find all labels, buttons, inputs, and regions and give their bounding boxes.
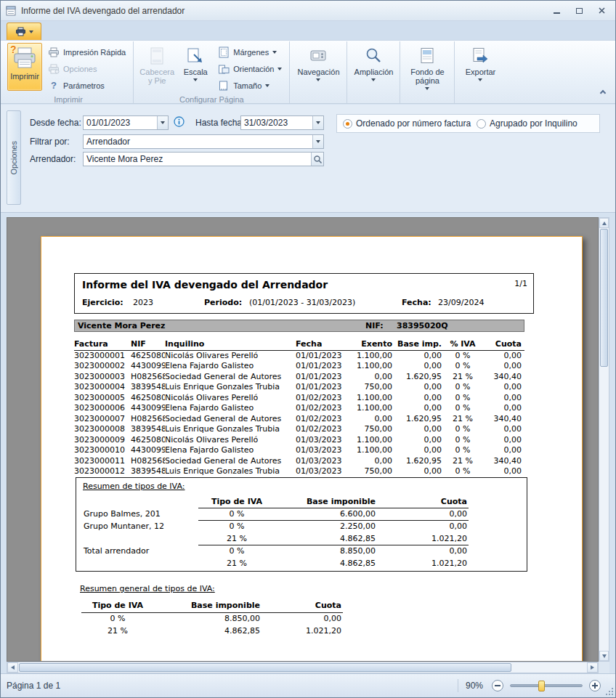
maximize-button[interactable]: [570, 4, 588, 17]
column-header: Tipo de IVA: [198, 495, 275, 508]
table-cell: 750,00: [348, 424, 395, 435]
desde-fecha-combo[interactable]: 01/01/2023: [83, 115, 169, 130]
tamano-button[interactable]: Tamaño: [214, 78, 285, 93]
table-cell: 3023000002: [74, 361, 131, 372]
periodo-label: Periodo:: [204, 298, 242, 307]
radio-dot-icon: [343, 119, 352, 129]
table-cell: 21 %: [198, 532, 275, 545]
scroll-down-button[interactable]: [599, 651, 609, 661]
table-row: 3023000011H08256854Sociedad General de A…: [74, 455, 524, 466]
table-cell: 01/01/2023: [296, 361, 348, 372]
titlebar[interactable]: Informe del IVA devengado del arrendador: [1, 1, 615, 21]
preview-area: Informe del IVA devengado del Arrendador…: [7, 217, 609, 673]
zoom-slider-thumb[interactable]: [538, 681, 545, 691]
fondo-pagina-button[interactable]: Fondo de página: [404, 43, 450, 101]
dropdown-button[interactable]: [157, 116, 168, 129]
scroll-left-button[interactable]: [7, 662, 18, 673]
window-title: Informe del IVA devengado del arrendador: [21, 6, 185, 16]
preview-canvas[interactable]: Informe del IVA devengado del Arrendador…: [7, 217, 599, 662]
table-cell: 46250800P: [131, 392, 165, 403]
zoom-slider[interactable]: [510, 684, 583, 687]
zoom-out-button[interactable]: [492, 680, 503, 691]
scrollbar-corner: [599, 662, 609, 673]
escala-button[interactable]: Escala: [179, 43, 212, 91]
status-bar: Página 1 de 1 90%: [1, 673, 615, 697]
sort-radio-group: Ordenado por número factura Agrupado por…: [336, 114, 600, 133]
scroll-up-button[interactable]: [599, 218, 609, 228]
table-cell: Grupo Balmes, 201: [84, 508, 198, 520]
plus-icon-bar: [594, 683, 596, 689]
dropdown-button[interactable]: [312, 116, 323, 129]
escala-label: Escala: [184, 68, 208, 76]
table-row: 3023000003H08256854Sociedad General de A…: [74, 371, 524, 382]
invoice-table: FacturaNIFInquilinoFechaExentoBase imp.%…: [74, 338, 524, 476]
horizontal-scrollbar[interactable]: [7, 662, 599, 673]
column-header: Inquilino: [165, 338, 296, 350]
nif-label: NIF:: [365, 321, 384, 330]
table-cell: 0 %: [445, 434, 481, 445]
orientacion-label: Orientación: [233, 65, 274, 73]
question-mark-icon: ?: [48, 80, 60, 91]
parametros-button[interactable]: ? Parámetros: [44, 78, 129, 93]
table-cell: 0 %: [445, 445, 481, 456]
table-cell: 46250800P: [131, 350, 165, 361]
table-row: 3023000007H08256854Sociedad General de A…: [74, 413, 524, 424]
table-cell: 0,00: [481, 466, 524, 477]
minimize-button[interactable]: [547, 4, 566, 17]
arrendador-input[interactable]: [84, 153, 311, 166]
orientacion-button[interactable]: Orientación: [214, 61, 285, 76]
options-tab-label: Opciones: [9, 141, 18, 174]
table-cell: 0 %: [445, 403, 481, 414]
close-button[interactable]: [592, 4, 611, 17]
periodo-value: (01/01/2023 - 31/03/2023): [249, 298, 355, 307]
table-row: Total arrendador0 %8.850,000,00: [84, 545, 469, 557]
print-menu-tab[interactable]: [7, 23, 41, 40]
general-summary-header: Tipo de IVABase imponibleCuota: [81, 599, 343, 612]
exportar-button[interactable]: Exportar: [458, 43, 502, 101]
scroll-right-button[interactable]: [587, 662, 598, 673]
statusbar-divider: [458, 679, 458, 692]
table-cell: 4.862,85: [275, 557, 377, 569]
imprimir-button[interactable]: ? Imprimir: [7, 43, 42, 91]
navegacion-button[interactable]: Navegación: [293, 43, 343, 101]
app-window: Informe del IVA devengado del arrendador…: [0, 0, 616, 698]
options-tab[interactable]: Opciones: [7, 110, 21, 205]
table-cell: 3023000007: [74, 413, 131, 424]
ribbon-group-navegacion: Navegación: [289, 41, 346, 103]
general-summary-title: Resumen general de tipos de IVA:: [80, 584, 215, 593]
impresion-rapida-button[interactable]: Impresión Rápida: [44, 44, 129, 60]
table-cell: 0 %: [198, 545, 275, 557]
chevron-down-icon: [193, 78, 198, 81]
ribbon-collapse-button[interactable]: [596, 87, 609, 99]
dropdown-button[interactable]: [312, 135, 323, 148]
radio-ordenado-label: Ordenado por número factura: [356, 118, 471, 129]
vertical-scroll-thumb[interactable]: [600, 229, 608, 367]
table-cell: 0 %: [445, 382, 481, 393]
horizontal-scroll-thumb[interactable]: [19, 663, 511, 672]
zoom-in-button[interactable]: [589, 680, 601, 691]
triangle-left-icon: [11, 665, 15, 670]
fecha-value: 23/09/2024: [438, 298, 484, 307]
search-button[interactable]: [311, 153, 323, 166]
hasta-fecha-combo[interactable]: 31/03/2023: [240, 115, 324, 130]
table-row: 302300000546250800PNicolás Olivares Pere…: [74, 392, 524, 403]
vertical-scrollbar[interactable]: [599, 217, 609, 662]
chevron-down-icon: [478, 78, 482, 81]
table-cell: H08256854: [131, 413, 165, 424]
filtrar-por-combo[interactable]: Arrendador: [83, 134, 324, 149]
resize-grip[interactable]: [604, 686, 614, 696]
export-icon: [471, 46, 490, 65]
info-icon[interactable]: [174, 116, 185, 127]
table-cell: Grupo Muntaner, 12: [84, 520, 198, 532]
margenes-button[interactable]: Márgenes: [214, 44, 285, 60]
triangle-down-icon: [602, 654, 607, 658]
navigation-icon: [309, 46, 328, 65]
table-cell: 38395486E: [131, 466, 165, 477]
radio-ordenado-por-factura[interactable]: Ordenado por número factura: [343, 118, 471, 129]
table-cell: Luis Enrique Gonzales Trubia: [165, 466, 296, 477]
radio-agrupado-por-inquilino[interactable]: Agrupado por Inquilino: [477, 118, 578, 129]
table-cell: 21 %: [445, 413, 481, 424]
ampliacion-button[interactable]: Ampliación: [351, 43, 396, 101]
invoice-table-body: 302300000146250800PNicolás Olivares Pere…: [74, 350, 524, 476]
table-cell: [84, 532, 198, 545]
